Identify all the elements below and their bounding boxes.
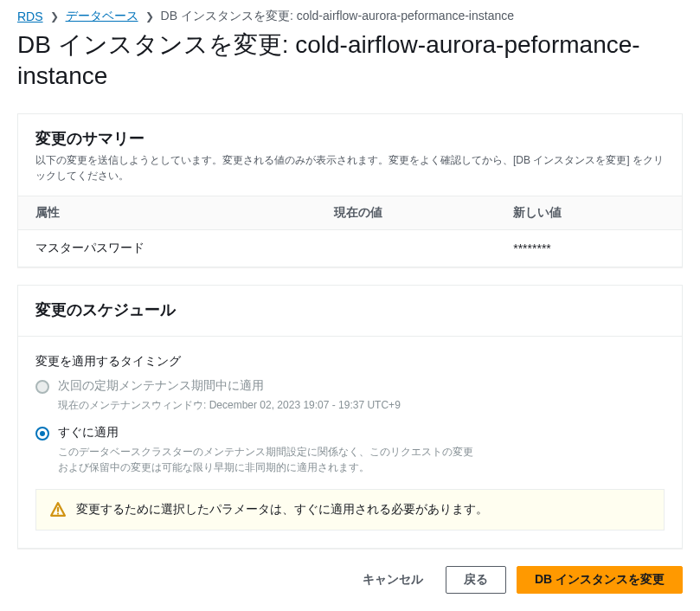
chevron-right-icon: ❯ [50, 10, 59, 23]
footer-actions: キャンセル 戻る DB インスタンスを変更 [17, 566, 683, 594]
radio-immediate-hint: このデータベースクラスターのメンテナンス期間設定に関係なく、このリクエストの変更… [58, 444, 473, 475]
summary-title: 変更のサマリー [35, 128, 665, 149]
table-row: マスターパスワード ******** [18, 229, 682, 267]
radio-icon [35, 427, 49, 441]
radio-maintenance: 次回の定期メンテナンス期間中に適用 [35, 378, 665, 394]
schedule-title: 変更のスケジュール [35, 299, 665, 320]
summary-table: 属性 現在の値 新しい値 マスターパスワード ******** [18, 196, 682, 267]
breadcrumb-current: DB インスタンスを変更: cold-airflow-aurora-peform… [161, 9, 514, 24]
cell-new: ******** [496, 229, 682, 267]
radio-immediate[interactable]: すぐに適用 [35, 425, 665, 441]
timing-label: 変更を適用するタイミング [35, 354, 665, 370]
back-button[interactable]: 戻る [446, 566, 506, 594]
summary-panel: 変更のサマリー 以下の変更を送信しようとしています。変更される値のみが表示されま… [17, 113, 683, 267]
breadcrumb: RDS ❯ データベース ❯ DB インスタンスを変更: cold-airflo… [17, 9, 683, 24]
breadcrumb-databases[interactable]: データベース [66, 9, 138, 24]
summary-description: 以下の変更を送信しようとしています。変更される値のみが表示されます。変更をよく確… [35, 152, 665, 183]
radio-immediate-label: すぐに適用 [58, 425, 119, 441]
page-title: DB インスタンスを変更: cold-airflow-aurora-peform… [17, 29, 683, 93]
warning-alert: 変更するために選択したパラメータは、すぐに適用される必要があります。 [35, 489, 665, 531]
col-attribute: 属性 [18, 196, 317, 229]
cancel-button[interactable]: キャンセル [350, 567, 435, 593]
svg-point-1 [57, 512, 59, 514]
radio-maintenance-hint: 現在のメンテナンスウィンドウ: December 02, 2023 19:07 … [58, 397, 473, 413]
col-new: 新しい値 [496, 196, 682, 229]
radio-icon [35, 380, 49, 394]
col-current: 現在の値 [317, 196, 496, 229]
modify-instance-button[interactable]: DB インスタンスを変更 [517, 566, 683, 594]
chevron-right-icon: ❯ [145, 10, 154, 23]
cell-attribute: マスターパスワード [18, 229, 317, 267]
breadcrumb-rds[interactable]: RDS [17, 10, 43, 23]
warning-text: 変更するために選択したパラメータは、すぐに適用される必要があります。 [76, 502, 488, 518]
schedule-panel: 変更のスケジュール 変更を適用するタイミング 次回の定期メンテナンス期間中に適用… [17, 285, 683, 549]
radio-maintenance-label: 次回の定期メンテナンス期間中に適用 [58, 378, 264, 394]
warning-icon [50, 502, 66, 518]
cell-current [317, 229, 496, 267]
